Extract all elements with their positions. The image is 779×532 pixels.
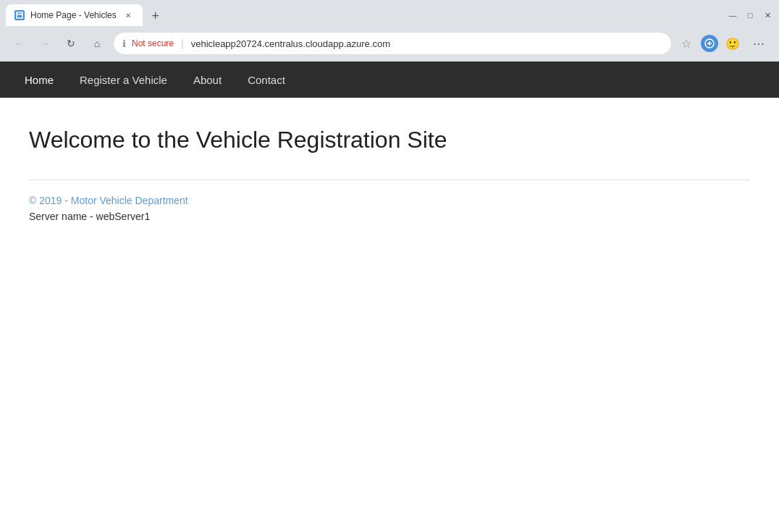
window-controls: — □ ✕ <box>727 9 773 21</box>
page-content: Welcome to the Vehicle Registration Site… <box>0 98 779 237</box>
browser-tab[interactable]: Home Page - Vehicles ✕ <box>6 4 143 26</box>
nav-register[interactable]: Register a Vehicle <box>67 64 180 96</box>
reload-button[interactable]: ↻ <box>61 33 81 54</box>
copyright-text: © 2019 - Motor Vehicle Department <box>29 195 750 206</box>
home-button[interactable]: ⌂ <box>87 33 107 54</box>
extension-icon[interactable] <box>701 35 718 52</box>
tab-favicon <box>14 10 25 20</box>
not-secure-label: Not secure <box>132 38 174 48</box>
page-title: Welcome to the Vehicle Registration Site <box>29 127 750 153</box>
new-tab-button[interactable]: + <box>146 6 166 26</box>
more-button[interactable]: ⋯ <box>747 32 770 55</box>
site-navigation: Home Register a Vehicle About Contact <box>0 62 779 98</box>
minimize-button[interactable]: — <box>727 9 738 21</box>
tab-title: Home Page - Vehicles <box>30 10 117 20</box>
info-icon: ℹ <box>122 38 126 49</box>
separator: | <box>181 38 184 49</box>
url-display: vehicleapp20724.centralus.cloudapp.azure… <box>191 38 662 49</box>
address-bar: ← → ↻ ⌂ ℹ Not secure | vehicleapp20724.c… <box>0 26 779 61</box>
address-input-wrapper[interactable]: ℹ Not secure | vehicleapp20724.centralus… <box>113 32 672 55</box>
toolbar-icons: 🙂 ⋯ <box>701 32 770 55</box>
server-name-text: Server name - webServer1 <box>29 211 750 222</box>
tab-bar: Home Page - Vehicles ✕ + <box>6 4 727 26</box>
back-button[interactable]: ← <box>9 33 29 54</box>
nav-home[interactable]: Home <box>12 64 67 96</box>
svg-rect-0 <box>17 12 22 18</box>
emoji-button[interactable]: 🙂 <box>721 32 744 55</box>
maximize-button[interactable]: □ <box>744 9 756 21</box>
title-bar: Home Page - Vehicles ✕ + — □ ✕ <box>0 0 779 26</box>
divider <box>29 180 750 180</box>
nav-about[interactable]: About <box>180 64 235 96</box>
forward-button[interactable]: → <box>35 33 55 54</box>
tab-close-button[interactable]: ✕ <box>122 9 134 21</box>
bookmark-button[interactable]: ☆ <box>678 35 695 52</box>
nav-contact[interactable]: Contact <box>235 64 298 96</box>
close-button[interactable]: ✕ <box>762 9 773 21</box>
